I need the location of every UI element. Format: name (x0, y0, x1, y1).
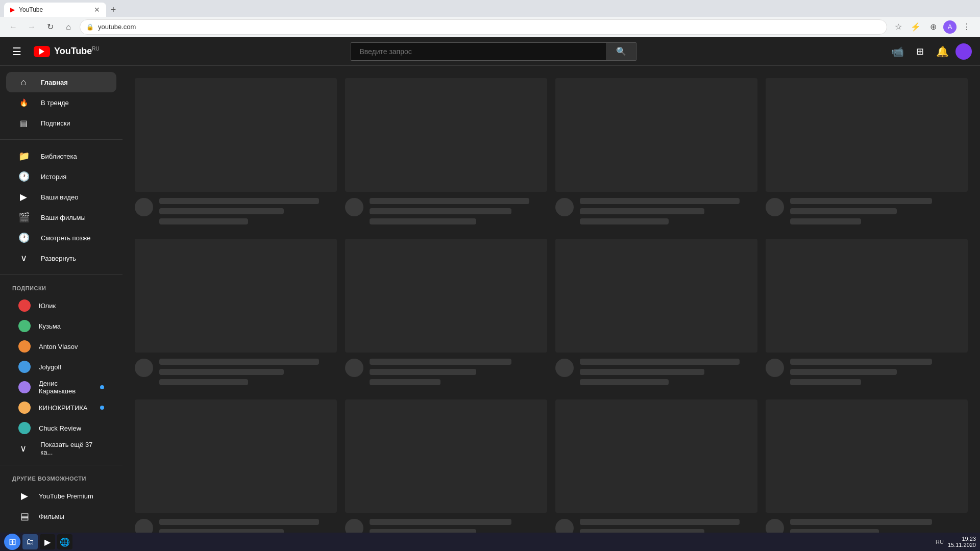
sidebar-item-premium[interactable]: ▶ YouTube Premium (6, 486, 116, 506)
video-card[interactable] (766, 78, 968, 229)
sidebar-item-library[interactable]: 📁 Библиотека (6, 146, 116, 166)
video-card[interactable] (766, 239, 968, 389)
home-button[interactable]: ⌂ (61, 20, 76, 34)
avatar-kinokritika (18, 402, 31, 414)
video-thumbnail-skeleton (766, 78, 968, 192)
active-tab[interactable]: ▶ YouTube ✕ (4, 3, 106, 17)
subscriptions-section-title: ПОДПИСКИ (0, 281, 122, 295)
taskbar-file-explorer[interactable]: 🗂 (22, 534, 38, 549)
video-thumbnail-skeleton (135, 239, 337, 353)
taskbar: ⊞ 🗂 ▶ 🌐 RU 19:23 15.11.2020 (0, 533, 980, 551)
sidebar-label-library: Библиотека (41, 153, 77, 160)
search-input[interactable] (351, 42, 606, 61)
new-tab-button[interactable]: + (106, 3, 120, 17)
video-card[interactable] (135, 399, 337, 533)
video-card[interactable] (555, 239, 757, 389)
channel-name-anton: Anton Vlasov (39, 343, 104, 350)
search-button[interactable]: 🔍 (606, 42, 636, 61)
sidebar-item-kinokritika[interactable]: КИНОКРИТИКА (6, 397, 116, 418)
sidebar-item-films[interactable]: ▤ Фильмы (6, 506, 116, 527)
profile-button[interactable]: A (943, 20, 957, 34)
url-text: youtube.com (98, 23, 880, 31)
video-card[interactable] (555, 399, 757, 533)
notifications-button[interactable]: 🔔 (933, 42, 951, 61)
sidebar-item-watch-later[interactable]: 🕐 Смотреть позже (6, 228, 116, 248)
skeleton-title (580, 359, 740, 365)
back-button[interactable]: ← (6, 20, 20, 34)
sidebar-item-home[interactable]: ⌂ Главная (6, 72, 116, 92)
extension-icon[interactable]: ⚡ (909, 20, 923, 34)
other-section-title: ДРУГИЕ ВОЗМОЖНОСТИ (0, 471, 122, 486)
channel-avatar-skeleton (555, 359, 574, 377)
tab-close-button[interactable]: ✕ (94, 6, 100, 14)
youtube-header: ☰ YouTubeRU 🔍 📹 ⊞ 🔔 (0, 37, 980, 66)
youtube-logo[interactable]: YouTubeRU (34, 46, 100, 57)
subscriptions-icon: ▤ (18, 118, 29, 128)
channel-name-kinokritika: КИНОКРИТИКА (39, 404, 92, 412)
home-icon: ⌂ (18, 77, 29, 88)
sidebar-item-yulik[interactable]: Юлик (6, 295, 116, 316)
skeleton-title (159, 198, 319, 204)
skeleton-sub (159, 529, 284, 533)
forward-button[interactable]: → (24, 20, 39, 34)
sidebar-label-your-videos: Ваши видео (41, 193, 78, 201)
sidebar-item-denis[interactable]: Денис Карамышев (6, 377, 116, 397)
channel-avatar-skeleton (135, 359, 153, 377)
video-meta (555, 359, 757, 389)
sidebar-label-trending: В тренде (41, 99, 69, 107)
video-card[interactable] (345, 78, 547, 229)
premium-label: YouTube Premium (39, 492, 104, 500)
menu-button[interactable]: ☰ (8, 41, 26, 62)
video-card[interactable] (345, 239, 547, 389)
bookmark-icon[interactable]: ☆ (891, 20, 905, 34)
taskbar-browser[interactable]: 🌐 (57, 534, 72, 549)
sidebar-item-expand[interactable]: ∨ Развернуть (6, 248, 116, 268)
more-button[interactable]: ⋮ (960, 20, 974, 34)
sidebar-item-jolygolf[interactable]: Jolygolf (6, 357, 116, 377)
video-card[interactable] (135, 78, 337, 229)
video-thumbnail-skeleton (345, 78, 547, 192)
sidebar-item-trending[interactable]: 🔥 В тренде (6, 92, 116, 113)
sidebar-item-history[interactable]: 🕐 История (6, 166, 116, 187)
youtube-content (122, 66, 980, 533)
video-meta (345, 198, 547, 229)
skeleton-sub (370, 529, 476, 533)
settings-icon[interactable]: ⊕ (926, 20, 940, 34)
sidebar-item-your-movies[interactable]: 🎬 Ваши фильмы (6, 207, 116, 228)
sidebar-item-your-videos[interactable]: ▶ Ваши видео (6, 187, 116, 207)
video-card[interactable] (555, 78, 757, 229)
video-card[interactable] (766, 399, 968, 533)
sidebar-item-subscriptions[interactable]: ▤ Подписки (6, 113, 116, 133)
video-meta (766, 359, 968, 389)
taskbar-media[interactable]: ▶ (40, 534, 55, 549)
sidebar-label-expand: Развернуть (41, 255, 76, 262)
sidebar-label-your-movies: Ваши фильмы (41, 214, 86, 221)
watch-later-icon: 🕐 (18, 232, 29, 243)
skeleton-meta (790, 379, 861, 385)
sidebar-item-kuzma[interactable]: Кузьма (6, 316, 116, 336)
expand-icon: ∨ (18, 253, 29, 264)
trending-icon: 🔥 (18, 98, 29, 107)
skeleton-title (790, 198, 932, 204)
channel-name-denis: Денис Карамышев (39, 380, 92, 395)
channel-avatar-skeleton (135, 198, 153, 216)
create-video-button[interactable]: 📹 (888, 42, 906, 61)
video-card[interactable] (135, 239, 337, 389)
video-meta (135, 359, 337, 389)
user-avatar[interactable] (955, 43, 972, 60)
lock-icon: 🔒 (86, 23, 94, 31)
sidebar-item-anton[interactable]: Anton Vlasov (6, 336, 116, 357)
youtube-logo-icon (34, 46, 50, 57)
video-card[interactable] (345, 399, 547, 533)
skeleton-title (790, 359, 932, 365)
sidebar-item-chuck[interactable]: Chuck Review (6, 418, 116, 438)
skeleton-sub (580, 529, 704, 533)
video-thumbnail-skeleton (766, 399, 968, 513)
sidebar-item-show-more[interactable]: ∨ Показать ещё 37 ка... (6, 438, 116, 459)
address-bar[interactable]: 🔒 youtube.com (80, 19, 887, 35)
refresh-button[interactable]: ↻ (43, 20, 57, 34)
apps-button[interactable]: ⊞ (911, 42, 929, 61)
start-button[interactable]: ⊞ (4, 534, 20, 550)
video-info (790, 359, 968, 389)
avatar-chuck (18, 422, 31, 434)
